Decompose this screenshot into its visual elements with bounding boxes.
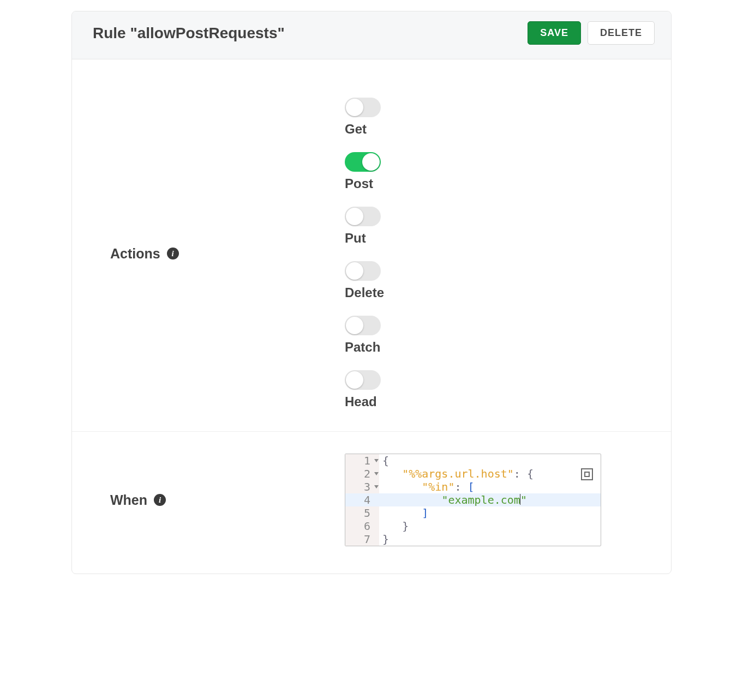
toggle-item: Head <box>345 370 638 409</box>
when-label: When <box>110 492 147 508</box>
line-gutter: 4 <box>345 493 379 506</box>
code-token: } <box>382 533 389 546</box>
line-number: 5 <box>364 506 377 520</box>
toggle-knob <box>346 208 363 225</box>
toggle-get[interactable] <box>345 98 381 117</box>
line-number: 4 <box>364 493 377 506</box>
code-line[interactable]: 4 "example.com" <box>345 493 601 506</box>
toggle-post[interactable] <box>345 152 381 172</box>
toggle-label: Patch <box>345 340 638 355</box>
toggle-item: Post <box>345 152 638 191</box>
actions-body: GetPostPutDeletePatchHead <box>345 98 638 409</box>
code-token: "%in" <box>422 480 454 493</box>
actions-label: Actions <box>110 246 160 262</box>
when-body: 1{2 "%%args.url.host": {3 "%in": [4 "exa… <box>345 454 638 546</box>
toggle-item: Delete <box>345 261 638 300</box>
code-token: "example.com <box>441 493 520 506</box>
fold-icon[interactable] <box>374 472 379 475</box>
line-number: 6 <box>364 520 377 533</box>
toggle-knob <box>362 153 380 171</box>
code-token: "%%args.url.host" <box>402 467 514 480</box>
code-token: : <box>514 467 527 480</box>
panel-header: Rule "allowPostRequests" SAVE DELETE <box>72 11 671 59</box>
delete-button[interactable]: DELETE <box>588 21 655 45</box>
line-number: 7 <box>364 533 377 546</box>
toggle-label: Head <box>345 394 638 409</box>
toggle-item: Get <box>345 98 638 137</box>
code-line[interactable]: 5 ] <box>345 506 601 520</box>
code-token: : <box>454 480 468 493</box>
toggle-label: Post <box>345 176 638 191</box>
toggle-head[interactable] <box>345 370 381 390</box>
code-content[interactable]: ] <box>379 506 428 520</box>
toggle-knob <box>346 317 363 334</box>
line-gutter: 5 <box>345 506 379 520</box>
info-icon[interactable]: i <box>154 494 166 506</box>
code-line[interactable]: 6 } <box>345 520 601 533</box>
save-button[interactable]: SAVE <box>528 21 581 45</box>
code-token: " <box>520 493 527 506</box>
toggle-item: Put <box>345 207 638 246</box>
toggle-delete[interactable] <box>345 261 381 281</box>
code-content[interactable]: "%in": [ <box>379 480 475 493</box>
code-token: { <box>527 467 534 480</box>
when-section: When i 1{2 "%%args.url.host": {3 "%in": … <box>72 431 671 574</box>
rule-panel: Rule "allowPostRequests" SAVE DELETE Act… <box>71 11 672 574</box>
header-buttons: SAVE DELETE <box>528 21 655 45</box>
line-gutter: 2 <box>345 467 379 480</box>
toggle-label: Get <box>345 122 638 137</box>
code-line[interactable]: 3 "%in": [ <box>345 480 601 493</box>
fold-icon[interactable] <box>374 485 379 488</box>
code-content[interactable]: { <box>379 454 389 467</box>
line-gutter: 1 <box>345 454 379 467</box>
toggle-knob <box>346 371 363 389</box>
code-token: { <box>382 454 389 467</box>
toggle-knob <box>346 262 363 280</box>
toggle-item: Patch <box>345 316 638 355</box>
code-content[interactable]: } <box>379 520 409 533</box>
code-token: ] <box>422 506 428 520</box>
code-token: [ <box>468 480 475 493</box>
line-gutter: 6 <box>345 520 379 533</box>
toggle-label: Delete <box>345 285 638 300</box>
toggle-list: GetPostPutDeletePatchHead <box>345 98 638 409</box>
actions-label-wrap: Actions i <box>110 98 345 409</box>
code-content[interactable]: "example.com" <box>379 493 527 506</box>
code-line[interactable]: 7} <box>345 533 601 546</box>
code-token: } <box>402 520 409 533</box>
fold-icon[interactable] <box>374 459 379 462</box>
toggle-knob <box>346 99 363 116</box>
code-line[interactable]: 1{ <box>345 454 601 467</box>
toggle-label: Put <box>345 231 638 246</box>
code-line[interactable]: 2 "%%args.url.host": { <box>345 467 601 480</box>
toggle-put[interactable] <box>345 207 381 226</box>
code-editor[interactable]: 1{2 "%%args.url.host": {3 "%in": [4 "exa… <box>345 454 601 546</box>
toggle-patch[interactable] <box>345 316 381 335</box>
line-gutter: 7 <box>345 533 379 546</box>
line-gutter: 3 <box>345 480 379 493</box>
code-content[interactable]: } <box>379 533 389 546</box>
page-title: Rule "allowPostRequests" <box>93 25 285 42</box>
info-icon[interactable]: i <box>167 248 179 260</box>
actions-section: Actions i GetPostPutDeletePatchHead <box>72 59 671 431</box>
when-label-wrap: When i <box>110 454 345 546</box>
code-content[interactable]: "%%args.url.host": { <box>379 467 534 480</box>
